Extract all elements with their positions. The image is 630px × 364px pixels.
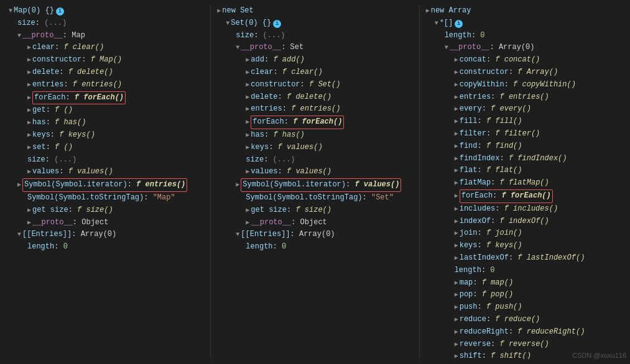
set-constructor[interactable]: constructor: f Set() [216,79,414,91]
map-constructor-tri[interactable] [27,57,31,63]
set-new-tri[interactable] [217,7,221,14]
set-proto-tri[interactable] [236,44,239,51]
map-entries[interactable]: entries: f entries() [7,79,205,91]
array-foreach-tri[interactable] [455,193,458,199]
map-set-tri[interactable] [27,144,31,151]
set-constructor-tri[interactable] [246,81,249,88]
array-filter-tri[interactable] [455,130,458,137]
map-get[interactable]: get: f () [7,104,205,117]
array-fill[interactable]: fill: f fill() [425,116,623,128]
array-reverse-tri[interactable] [455,341,458,348]
map-clear-tri[interactable] [27,44,31,51]
array-header-tri[interactable] [435,20,438,27]
map-header[interactable]: Map(0) {}i [7,5,205,17]
array-entries[interactable]: entries: f entries() [425,91,623,104]
set-foreach-tri[interactable] [246,119,249,125]
array-concat[interactable]: concat: f concat() [425,54,623,66]
array-includes-tri[interactable] [455,206,458,212]
map-foreach-tri[interactable] [27,94,31,101]
map-foreach[interactable]: forEach: f forEach() [7,91,205,105]
array-flatmap[interactable]: flatMap: f flatMap() [425,177,623,189]
array-indexof-tri[interactable] [455,218,458,225]
map-symbol-iterator[interactable]: Symbol(Symbol.iterator): f entries() [7,178,205,192]
set-get-size-tri[interactable] [246,207,249,214]
array-keys-tri[interactable] [455,242,458,249]
array-constructor-tri[interactable] [455,69,458,76]
array-indexof[interactable]: indexOf: f indexOf() [425,216,623,228]
array-fill-tri[interactable] [455,118,458,125]
map-has[interactable]: has: f has() [7,117,205,129]
map-proto-obj[interactable]: __proto__: Object [7,217,205,229]
set-entries-arr[interactable]: [[Entries]]: Array(0) [216,229,414,241]
set-keys-tri[interactable] [246,144,249,151]
array-flatmap-tri[interactable] [455,180,458,186]
map-delete[interactable]: delete: f delete() [7,66,205,79]
array-findindex[interactable]: findIndex: f findIndex() [425,153,623,165]
map-constructor[interactable]: constructor: f Map() [7,54,205,66]
array-reduceright-tri[interactable] [455,329,458,335]
map-values-tri[interactable] [27,168,31,175]
set-add-tri[interactable] [246,57,249,63]
set-delete[interactable]: delete: f delete() [216,91,414,104]
array-lastindexof-tri[interactable] [455,255,458,262]
set-entries-arr-tri[interactable] [236,231,239,238]
array-reduce[interactable]: reduce: f reduce() [425,314,623,326]
map-proto-obj-tri[interactable] [27,219,31,226]
map-proto-triangle[interactable] [17,32,21,39]
array-findindex-tri[interactable] [455,155,458,162]
map-symbol-iterator-tri[interactable] [17,181,21,188]
map-clear[interactable]: clear: f clear() [7,42,205,54]
array-flat[interactable]: flat: f flat() [425,165,623,177]
array-pop-tri[interactable] [455,291,458,298]
map-get-tri[interactable] [27,107,31,114]
set-entries-tri[interactable] [246,106,249,112]
set-values[interactable]: values: f values() [216,166,414,178]
map-values[interactable]: values: f values() [7,166,205,178]
map-entries-tri[interactable] [27,81,31,88]
set-has-tri[interactable] [246,132,249,139]
array-foreach[interactable]: forEach: f forEach() [425,189,623,203]
array-pop[interactable]: pop: f pop() [425,289,623,301]
array-copywithin[interactable]: copyWithin: f copyWithin() [425,79,623,91]
array-copywithin-tri[interactable] [455,81,458,88]
set-values-tri[interactable] [246,168,249,175]
map-keys-tri[interactable] [27,132,31,139]
array-proto-tri[interactable] [445,44,448,51]
set-symbol-iterator-tri[interactable] [236,181,239,188]
map-proto-header[interactable]: __proto__: Map [7,30,205,42]
array-entries-tri[interactable] [455,94,458,101]
array-every[interactable]: every: f every() [425,103,623,116]
array-concat-tri[interactable] [455,57,458,63]
map-info-icon[interactable]: i [56,7,64,16]
set-get-size[interactable]: get size: f size() [216,204,414,217]
array-map-tri[interactable] [455,280,458,286]
array-find-tri[interactable] [455,143,458,150]
array-panel[interactable]: new Array *[]i length: 0 __proto__: Arra… [420,5,628,359]
array-shift-tri[interactable] [455,353,458,359]
set-proto-header[interactable]: __proto__: Set [216,42,414,54]
map-panel[interactable]: Map(0) {}i size: (...) __proto__: Map cl… [2,5,211,359]
array-constructor[interactable]: constructor: f Array() [425,66,623,79]
map-get-size-tri[interactable] [27,207,31,214]
array-reduce-tri[interactable] [455,316,458,323]
array-find[interactable]: find: f find() [425,140,623,153]
map-entries-arr-tri[interactable] [17,231,21,238]
set-info-icon[interactable]: i [273,20,281,28]
array-reverse[interactable]: reverse: f reverse() [425,339,623,351]
set-proto-obj[interactable]: __proto__: Object [216,217,414,229]
set-entries[interactable]: entries: f entries() [216,103,414,116]
array-filter[interactable]: filter: f filter() [425,128,623,140]
set-panel[interactable]: new Set Set(0) {}i size: (...) __proto__… [211,5,419,359]
map-has-tri[interactable] [27,119,31,126]
array-proto-header[interactable]: __proto__: Array(0) [425,42,623,54]
map-triangle[interactable] [9,7,12,14]
array-flat-tri[interactable] [455,167,458,174]
array-keys[interactable]: keys: f keys() [425,240,623,252]
map-keys[interactable]: keys: f keys() [7,129,205,142]
set-tri[interactable] [226,20,229,27]
array-map[interactable]: map: f map() [425,277,623,289]
set-header[interactable]: Set(0) {}i [216,17,414,30]
array-includes[interactable]: includes: f includes() [425,203,623,216]
array-info-icon[interactable]: i [455,20,463,28]
set-has[interactable]: has: f has() [216,129,414,142]
